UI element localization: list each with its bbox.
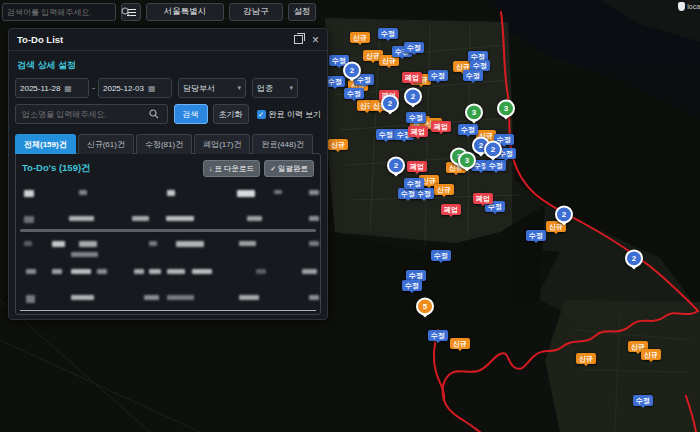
redacted-cell xyxy=(24,241,32,246)
map-marker-mod[interactable]: 수정 xyxy=(404,42,424,53)
search-icon[interactable] xyxy=(121,7,131,17)
map-marker-mod[interactable]: 수정 xyxy=(325,76,345,87)
map-marker-closed[interactable]: 폐업 xyxy=(402,72,422,83)
redacted-cell xyxy=(79,241,97,247)
global-search-input[interactable] xyxy=(3,8,121,17)
chevron-down-icon: ▾ xyxy=(237,84,241,92)
map-marker-closed[interactable]: 폐업 xyxy=(431,121,451,132)
map-marker-mod[interactable]: 수정 xyxy=(526,230,546,241)
map-marker-mod[interactable]: 수정 xyxy=(344,88,364,99)
map-marker-new[interactable]: 신규 xyxy=(576,353,596,364)
map-marker-mod[interactable]: 수정 xyxy=(406,112,426,123)
redacted-cell xyxy=(26,269,36,274)
search-icon[interactable] xyxy=(149,109,159,119)
department-select[interactable]: 담당부서 ▾ xyxy=(178,78,246,98)
redacted-cell xyxy=(309,216,319,221)
redacted-cell xyxy=(79,190,87,195)
table-download-button[interactable]: ↓ 표 다운로드 xyxy=(203,160,260,177)
reset-button[interactable]: 초기화 xyxy=(213,104,249,124)
map-cluster-pin[interactable]: 2 xyxy=(555,205,573,223)
store-search-input[interactable] xyxy=(20,109,149,120)
map-marker-mod[interactable]: 수정 xyxy=(431,250,451,261)
calendar-icon[interactable]: ▦ xyxy=(64,84,72,93)
redacted-cell xyxy=(26,295,35,303)
redacted-cell xyxy=(71,295,94,300)
tab-3[interactable]: 폐업(17)건 xyxy=(194,134,250,154)
completed-history-checkbox[interactable]: ✓ 완료 이력 보기 xyxy=(257,109,321,120)
map-cluster-pin[interactable]: 3 xyxy=(465,103,483,121)
global-search-field[interactable] xyxy=(2,3,116,21)
map-cluster-pin[interactable]: 2 xyxy=(381,94,399,112)
horizontal-scrollbar[interactable] xyxy=(20,229,316,232)
checkbox-label: 완료 이력 보기 xyxy=(269,109,321,120)
redacted-cell xyxy=(149,269,161,274)
redacted-cell xyxy=(247,216,262,221)
map-marker-new[interactable]: 신규 xyxy=(350,32,370,43)
map-cluster-pin[interactable]: 3 xyxy=(497,99,515,117)
district-select-button[interactable]: 강남구 xyxy=(229,3,283,21)
store-search-field[interactable] xyxy=(15,104,168,124)
redacted-cell xyxy=(134,269,144,274)
map-marker-new[interactable]: 신규 xyxy=(450,338,470,349)
map-marker-mod[interactable]: 수정 xyxy=(428,330,448,341)
tab-1[interactable]: 신규(61)건 xyxy=(78,134,134,154)
map-marker-mod[interactable]: 수정 xyxy=(428,70,448,81)
redacted-cell xyxy=(97,269,107,274)
calendar-icon[interactable]: ▦ xyxy=(148,84,156,93)
tab-4[interactable]: 완료(448)건 xyxy=(252,134,313,154)
list-header: To-Do's (159)건 ↓ 표 다운로드 ✓ 일괄완료 xyxy=(16,154,320,177)
date-from-field[interactable]: 2025-11-28 ▦ xyxy=(15,78,89,98)
bulk-complete-button[interactable]: ✓ 일괄완료 xyxy=(264,160,314,177)
brand-label: locam xyxy=(687,3,700,10)
restore-window-icon[interactable] xyxy=(294,35,303,44)
redacted-cell xyxy=(24,216,34,223)
map-cluster-pin[interactable]: 3 xyxy=(458,151,476,169)
date-to-value: 2025-12-03 xyxy=(103,84,144,93)
date-from-value: 2025-11-28 xyxy=(20,84,60,93)
redacted-cell xyxy=(237,190,255,197)
bulk-complete-label: 일괄완료 xyxy=(278,164,308,174)
map-marker-new[interactable]: 신규 xyxy=(328,139,348,150)
redacted-cell xyxy=(132,216,149,221)
map-marker-mod[interactable]: 수정 xyxy=(404,178,424,189)
tab-2[interactable]: 수정(81)건 xyxy=(136,134,192,154)
map-marker-closed[interactable]: 폐업 xyxy=(407,161,427,172)
map-marker-new[interactable]: 신규 xyxy=(434,184,454,195)
map-marker-mod[interactable]: 수정 xyxy=(463,70,483,81)
redacted-cell xyxy=(24,190,34,197)
date-to-field[interactable]: 2025-12-03 ▦ xyxy=(98,78,172,98)
map-cluster-pin[interactable]: 5 xyxy=(416,297,434,315)
map-marker-closed[interactable]: 폐업 xyxy=(408,126,428,137)
redacted-cell xyxy=(274,190,282,194)
tab-0[interactable]: 전체(159)건 xyxy=(15,134,76,154)
map-marker-mod[interactable]: 수정 xyxy=(378,28,398,39)
map-marker-closed[interactable]: 폐업 xyxy=(473,193,493,204)
map-cluster-pin[interactable]: 2 xyxy=(404,87,422,105)
settings-button[interactable]: 설정 xyxy=(288,3,316,21)
redacted-cell xyxy=(256,269,266,274)
map-cluster-pin[interactable]: 2 xyxy=(343,61,361,79)
category-select[interactable]: 업종 ▾ xyxy=(252,78,298,98)
map-marker-mod[interactable]: 수정 xyxy=(633,395,653,406)
close-icon[interactable]: × xyxy=(312,34,319,46)
brand-logo: locam xyxy=(678,2,700,11)
map-marker-mod[interactable]: 수정 xyxy=(402,280,422,291)
map-marker-closed[interactable]: 폐업 xyxy=(441,204,461,215)
redacted-cell xyxy=(167,269,185,274)
redacted-cell xyxy=(167,295,194,300)
filter-row: 2025-11-28 ▦ - 2025-12-03 ▦ 담당부서 ▾ 업종 ▾ xyxy=(9,78,327,98)
redacted-cell xyxy=(192,269,212,274)
date-range-dash: - xyxy=(92,83,95,93)
redacted-cell xyxy=(149,241,157,246)
map-cluster-pin[interactable]: 2 xyxy=(484,140,502,158)
city-select-button[interactable]: 서울특별시 xyxy=(146,3,224,21)
panel-header: To-Do List × xyxy=(9,29,327,51)
map-marker-new[interactable]: 신규 xyxy=(641,349,661,360)
search-button[interactable]: 검색 xyxy=(174,104,208,124)
redacted-cell xyxy=(71,252,98,257)
map-cluster-pin[interactable]: 2 xyxy=(625,249,643,267)
map-marker-mod[interactable]: 수정 xyxy=(376,129,396,140)
redacted-cell xyxy=(166,216,194,221)
map-cluster-pin[interactable]: 2 xyxy=(387,156,405,174)
location-pin-icon xyxy=(678,2,685,11)
